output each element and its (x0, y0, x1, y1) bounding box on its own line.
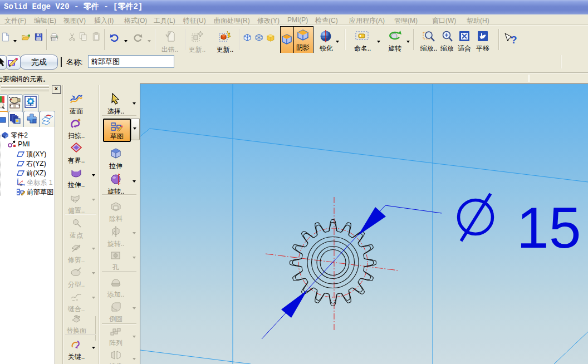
svg-text:15: 15 (517, 195, 581, 260)
svg-text:x: x (20, 183, 22, 186)
svg-text:?: ? (511, 34, 517, 46)
